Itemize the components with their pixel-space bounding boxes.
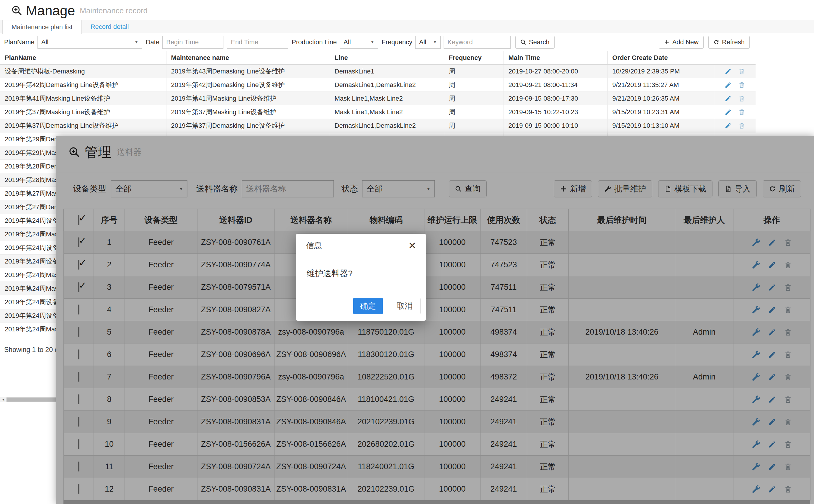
refresh-button[interactable]: Refresh	[708, 36, 750, 49]
cell-actions	[714, 65, 756, 78]
modal-footer: 确定 取消	[296, 298, 426, 314]
plan-name-value: All	[41, 38, 48, 46]
edit-icon[interactable]	[725, 68, 732, 75]
cell-maintenance-name: 2019年第43周Demasking Line设备维护	[166, 65, 330, 78]
col-plan-name: PlanName	[0, 51, 166, 65]
header-actions: Add New Refresh	[659, 36, 750, 49]
plus-icon	[664, 39, 670, 45]
search-button[interactable]: Search	[515, 36, 555, 49]
cell-main-time: 2019-09-21 08:00-11:34	[504, 78, 607, 92]
horizontal-scrollbar[interactable]: ◄	[0, 397, 56, 402]
col-frequency: Frequency	[444, 51, 504, 65]
cell-order-create-date: 9/15/2019 10:23:31 AM	[607, 105, 714, 119]
frequency-value: All	[419, 38, 426, 46]
modal-header: 信息 ×	[296, 234, 426, 257]
table-header-row: PlanName Maintenance name Line Frequency…	[0, 51, 756, 65]
col-actions	[714, 51, 756, 65]
filter-bar: PlanName All ▼ Date Production Line All …	[0, 33, 814, 51]
page-title: Manage	[26, 3, 75, 19]
production-line-value: All	[344, 38, 351, 46]
cell-plan-name: 2019年第37周Masking Line设备维护	[0, 105, 166, 119]
edit-icon[interactable]	[725, 109, 732, 116]
search-button-label: Search	[529, 38, 550, 46]
cell-order-create-date: 10/29/2019 2:39:35 PM	[607, 65, 714, 78]
table-row: 设备周维护模板-Demasking 2019年第43周Demasking Lin…	[0, 65, 756, 78]
cell-frequency: 周	[444, 105, 504, 119]
scrollbar-thumb[interactable]	[6, 397, 56, 402]
cell-actions	[714, 78, 756, 92]
table-row: 2019年第37周Demasking Line设备维护 2019年第37周Dem…	[0, 119, 756, 132]
cell-plan-name: 2019年第41周Masking Line设备维护	[0, 92, 166, 105]
keyword-input[interactable]	[444, 36, 511, 49]
tab-bar: Maintenance plan listRecord detail	[0, 20, 814, 33]
cell-actions	[714, 92, 756, 105]
cell-line: Mask Line1,Mask Line2	[330, 105, 444, 119]
scroll-left-icon[interactable]: ◄	[0, 398, 6, 401]
cell-frequency: 周	[444, 65, 504, 78]
cell-line: Mask Line1,Mask Line2	[330, 92, 444, 105]
close-icon[interactable]: ×	[408, 239, 416, 252]
delete-icon[interactable]	[738, 109, 745, 116]
plan-name-select[interactable]: All ▼	[37, 36, 142, 49]
confirm-button[interactable]: 确定	[353, 298, 383, 314]
begin-time-input[interactable]	[162, 36, 223, 49]
edit-icon[interactable]	[725, 81, 732, 89]
cell-frequency: 周	[444, 119, 504, 132]
delete-icon[interactable]	[738, 122, 745, 129]
production-line-label: Production Line	[292, 38, 337, 46]
refresh-label: Refresh	[722, 38, 745, 46]
delete-icon[interactable]	[738, 68, 745, 75]
tab-record-detail[interactable]: Record detail	[82, 20, 138, 33]
cancel-button[interactable]: 取消	[389, 298, 421, 314]
chevron-down-icon: ▼	[135, 40, 138, 44]
production-line-select[interactable]: All ▼	[340, 36, 378, 49]
cell-plan-name: 2019年第42周Demasking Line设备维护	[0, 78, 166, 92]
cell-frequency: 周	[444, 92, 504, 105]
edit-icon[interactable]	[725, 95, 732, 102]
search-icon	[520, 39, 526, 45]
col-main-time: Main Time	[504, 51, 607, 65]
info-modal: 信息 × 维护送料器? 确定 取消	[296, 234, 426, 321]
cell-order-create-date: 9/21/2019 11:35:27 AM	[607, 78, 714, 92]
cell-main-time: 2019-10-27 08:00-20:00	[504, 65, 607, 78]
plan-name-label: PlanName	[4, 38, 35, 46]
end-time-input[interactable]	[227, 36, 288, 49]
cell-frequency: 周	[444, 78, 504, 92]
delete-icon[interactable]	[738, 81, 745, 89]
delete-icon[interactable]	[738, 95, 745, 102]
cell-main-time: 2019-09-15 08:00-17:30	[504, 92, 607, 105]
table-row: 2019年第37周Masking Line设备维护 2019年第37周Maski…	[0, 105, 756, 119]
cell-maintenance-name: 2019年第41周Masking Line设备维护	[166, 92, 330, 105]
col-maintenance-name: Maintenance name	[166, 51, 330, 65]
date-label: Date	[146, 38, 159, 46]
frequency-select[interactable]: All ▼	[415, 36, 441, 49]
add-new-button[interactable]: Add New	[659, 36, 704, 49]
cell-plan-name: 设备周维护模板-Demasking	[0, 65, 166, 78]
tab-maintenance-plan-list[interactable]: Maintenance plan list	[2, 20, 82, 34]
add-new-label: Add New	[672, 38, 699, 46]
cell-order-create-date: 9/21/2019 10:26:35 AM	[607, 92, 714, 105]
cell-plan-name: 2019年第37周Demasking Line设备维护	[0, 119, 166, 132]
cell-maintenance-name: 2019年第42周Demasking Line设备维护	[166, 78, 330, 92]
cell-line: DemaskLine1	[330, 65, 444, 78]
table-row: 2019年第42周Demasking Line设备维护 2019年第42周Dem…	[0, 78, 756, 92]
table-row: 2019年第41周Masking Line设备维护 2019年第41周Maski…	[0, 92, 756, 105]
refresh-icon	[713, 39, 719, 45]
cell-maintenance-name: 2019年第37周Masking Line设备维护	[166, 105, 330, 119]
cell-maintenance-name: 2019年第37周Demasking Line设备维护	[166, 119, 330, 132]
chevron-down-icon: ▼	[433, 40, 437, 44]
col-order-create-date: Order Create Date	[607, 51, 714, 65]
feeder-manage-window: 管理 送料器 设备类型 全部 ▼ 送料器名称 状态 全部 ▼ 查询	[56, 136, 814, 504]
edit-icon[interactable]	[725, 122, 732, 129]
modal-message: 维护送料器?	[296, 257, 426, 279]
cell-actions	[714, 119, 756, 132]
cell-line: DemaskLine1,DemaskLine2	[330, 119, 444, 132]
cell-actions	[714, 105, 756, 119]
page-header: Manage Maintenance record	[11, 3, 148, 18]
cell-main-time: 2019-09-15 00:00-10:10	[504, 119, 607, 132]
cell-line: DemaskLine1,DemaskLine2	[330, 78, 444, 92]
frequency-label: Frequency	[382, 38, 412, 46]
cell-order-create-date: 9/15/2019 10:13:10 AM	[607, 119, 714, 132]
col-line: Line	[330, 51, 444, 65]
modal-title: 信息	[306, 240, 322, 251]
